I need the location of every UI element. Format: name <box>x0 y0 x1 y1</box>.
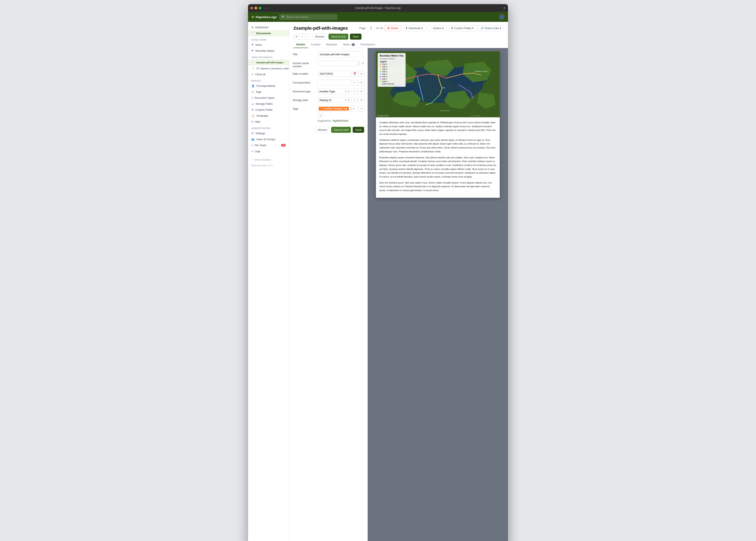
maximize-button[interactable] <box>259 7 261 9</box>
pdf-page: Hawkins Island Canoe Island Tex Google E… <box>376 51 500 198</box>
tab-permissions[interactable]: Permissions <box>358 41 378 48</box>
tab-details[interactable]: Details <box>293 41 308 48</box>
sidebar-item-users-groups[interactable]: 👥 Users & Groups <box>248 136 289 142</box>
documentation-icon: ? <box>251 158 253 161</box>
title-label: Title <box>293 51 317 56</box>
correspondent-select[interactable] <box>317 80 351 86</box>
share-icon[interactable]: ⬆ <box>503 6 506 10</box>
nav-buttons[interactable]: ✕ ← → <box>293 34 311 40</box>
tab-notes[interactable]: Notes 1 <box>340 41 358 48</box>
sidebar: ⊞ Dashboard 📄 Documents SAVED VIEWS ⚑ In… <box>248 22 289 541</box>
sidebar-item-correspondents[interactable]: 👤 Correspondents <box>248 83 289 89</box>
sidebar-item-storage-paths[interactable]: 🗂 Storage Paths <box>248 101 289 107</box>
tags-clear[interactable]: ✕ <box>350 107 352 110</box>
tags-add-button[interactable]: + <box>358 106 364 112</box>
doc-type-dropdown[interactable]: ▾ <box>348 90 349 93</box>
archive-up[interactable]: ▲ <box>357 61 359 63</box>
storage-path-clear[interactable]: ✕ <box>345 99 347 102</box>
close-button[interactable] <box>250 7 253 9</box>
pdf-paragraph-2: Vestibulum eleifend, ligula a scelerisqu… <box>379 138 496 154</box>
share-links-button[interactable]: 🔗 Share Links ▾ <box>478 25 504 31</box>
title-input[interactable] <box>317 51 364 57</box>
date-clear-button[interactable]: ≡ <box>358 71 364 77</box>
sidebar-item-mail[interactable]: ✉ Mail <box>248 119 289 125</box>
users-groups-icon: 👥 <box>251 138 255 141</box>
correspondent-filter-button[interactable]: ≡ <box>358 80 364 86</box>
sidebar-item-label: Documentation <box>254 158 271 161</box>
sidebar-item-templates[interactable]: 📋 Templates <box>248 113 289 119</box>
doc-type-clear[interactable]: ✕ <box>345 90 347 93</box>
next-page-button[interactable]: → <box>305 34 311 40</box>
form-save-button[interactable]: Save <box>353 127 364 133</box>
sidebar-item-logs[interactable]: ≡ Logs <box>248 148 289 154</box>
sidebar-item-doc1[interactable]: 📄 2sample-pdf-with-images <box>248 59 289 65</box>
form-save-next-button[interactable]: Save & next <box>331 127 351 133</box>
tab-content[interactable]: Content <box>308 41 323 48</box>
date-input[interactable] <box>317 71 351 77</box>
correspondents-icon: 👤 <box>251 84 255 87</box>
sidebar-item-close-all[interactable]: ✕ Close all <box>248 71 289 77</box>
save-button[interactable]: Save <box>350 34 361 40</box>
back-button[interactable]: ‹ <box>265 6 266 10</box>
date-calendar-button[interactable]: 📅 <box>352 71 358 77</box>
window-title: 2sample-pdf-with-images - Paperless-ngx <box>355 7 401 9</box>
archive-spinners[interactable]: ▲ ▼ <box>357 61 359 65</box>
sidebar-item-label: Users & Groups <box>256 138 275 141</box>
pdf-text-content: Curabitur bibendum ante urna, sed blandi… <box>376 117 500 198</box>
sidebar-item-tags[interactable]: 🏷 Tags <box>248 89 289 95</box>
storage-path-add-button[interactable]: + <box>352 97 358 103</box>
delete-button[interactable]: 🗑 Delete <box>384 25 401 31</box>
dashboard-icon: ⊞ <box>251 26 254 29</box>
doc1-icon: 📄 <box>251 61 255 64</box>
sidebar-item-dashboard[interactable]: ⊞ Dashboard <box>248 24 289 30</box>
navigation-buttons[interactable]: ‹ › <box>265 6 268 10</box>
sidebar-item-doc2[interactable]: 📄 H7_Napoleon_Bonaparte_zadanie <box>248 65 289 71</box>
date-row: Date created 📅 ≡ <box>293 71 364 77</box>
forward-button[interactable]: › <box>267 6 268 10</box>
tag-label: Another Sample Tag <box>323 107 347 110</box>
page-total: 10 <box>380 27 383 30</box>
discard-button[interactable]: Discard <box>312 34 327 40</box>
sidebar-item-inbox[interactable]: ⚑ Inbox <box>248 42 289 48</box>
tag-remove-button[interactable]: ✕ <box>320 107 322 110</box>
doc-type-filter-button[interactable]: ≡ <box>358 89 364 94</box>
sidebar-item-file-tasks[interactable]: ≡ File Tasks 18 <box>248 142 289 148</box>
svg-text:Canoe Island: Canoe Island <box>440 110 450 112</box>
tags-dropdown[interactable]: ▾ <box>353 107 354 110</box>
tags-row: Tags ✕ Another Sample Tag ✕ ▾ <box>293 106 364 122</box>
correspondent-add-button[interactable]: + <box>352 80 358 86</box>
save-next-button[interactable]: Save & next <box>328 34 348 40</box>
app-name: Paperless-ngx <box>256 15 277 19</box>
doc-type-add-button[interactable]: + <box>352 89 358 94</box>
tags-filter-button[interactable]: ≡ <box>317 113 323 119</box>
tab-metadata[interactable]: Metadata <box>323 41 340 48</box>
suggestion-tag-link[interactable]: TagWithPartial <box>332 119 348 122</box>
custom-fields-button[interactable]: ⚙ Custom Fields ▾ <box>448 25 476 31</box>
sidebar-item-custom-fields[interactable]: ⚙ Custom Fields <box>248 107 289 113</box>
search-icon: 🔍 <box>282 15 285 19</box>
storage-path-filter-button[interactable]: ≡ <box>358 97 364 103</box>
search-input[interactable] <box>286 15 335 19</box>
sidebar-item-recently-added[interactable]: ⚑ Recently Added <box>248 48 289 54</box>
form-discard-button[interactable]: Discard <box>315 127 330 133</box>
close-nav-button[interactable]: ✕ <box>293 34 299 40</box>
window-controls[interactable] <box>250 7 261 9</box>
split-view: Title Archive serial number <box>289 48 508 541</box>
download-button[interactable]: ⬇ Download ▾ <box>403 25 425 31</box>
prev-page-button[interactable]: ← <box>299 34 305 40</box>
archive-down[interactable]: ▼ <box>357 63 359 65</box>
storage-path-dropdown[interactable]: ▾ <box>348 99 349 102</box>
sidebar-item-document-types[interactable]: # Document Types <box>248 95 289 101</box>
user-avatar[interactable]: 👤 <box>499 14 505 20</box>
actions-button[interactable]: ··· Actions ▾ <box>427 25 447 31</box>
minimize-button[interactable] <box>255 7 257 9</box>
pdf-paragraph-1: Curabitur bibendum ante urna, sed blandi… <box>379 121 496 136</box>
page-input[interactable]: 1 <box>367 26 375 31</box>
sidebar-item-label: Custom Fields <box>255 108 273 111</box>
archive-input[interactable] <box>317 60 360 66</box>
sidebar-item-documentation[interactable]: ? Documentation <box>248 157 289 163</box>
sidebar-item-settings[interactable]: ⚙ Settings <box>248 130 289 136</box>
sidebar-item-documents[interactable]: 📄 Documents <box>248 30 289 36</box>
recently-added-icon: ⚑ <box>251 49 254 52</box>
search-bar[interactable]: 🔍 <box>279 14 337 20</box>
